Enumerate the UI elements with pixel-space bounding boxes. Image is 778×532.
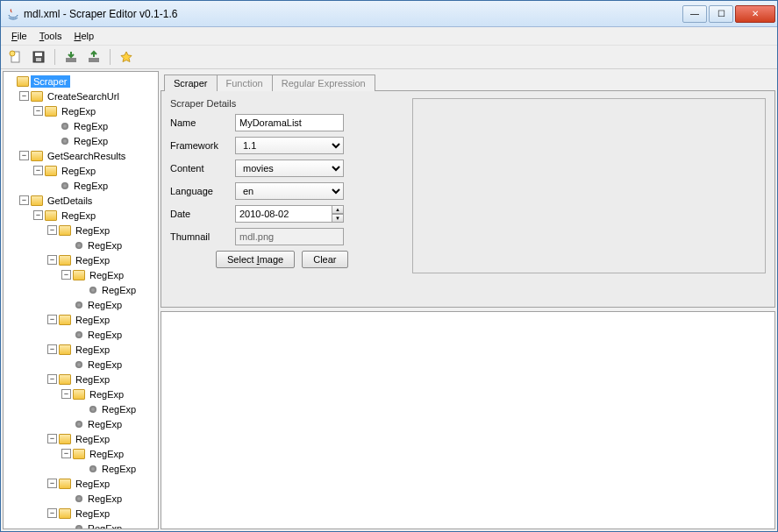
date-field[interactable] bbox=[235, 205, 332, 223]
titlebar[interactable]: mdl.xml - Scraper Editor v0.1-1.6 — ☐ ✕ bbox=[1, 1, 777, 27]
tree-leaf[interactable]: RegExp bbox=[61, 491, 156, 506]
menu-help[interactable]: Help bbox=[68, 29, 99, 43]
main-window: mdl.xml - Scraper Editor v0.1-1.6 — ☐ ✕ … bbox=[0, 0, 778, 532]
svg-point-1 bbox=[10, 51, 15, 56]
save-button[interactable] bbox=[29, 47, 48, 67]
tree-root-scraper[interactable]: Scraper bbox=[5, 74, 156, 89]
tree-regexp[interactable]: −RegExp bbox=[47, 431, 156, 446]
tree-leaf[interactable]: RegExp bbox=[61, 357, 156, 372]
tree-get-search-results[interactable]: −GetSearchResults bbox=[19, 148, 156, 163]
leaf-icon bbox=[61, 123, 68, 130]
framework-label: Framework bbox=[170, 140, 226, 151]
tree-leaf[interactable]: RegExp bbox=[75, 401, 156, 416]
select-image-button[interactable]: Select Image bbox=[216, 251, 295, 268]
tab-function[interactable]: Function bbox=[217, 74, 273, 91]
date-down-button[interactable]: ▼ bbox=[332, 214, 344, 223]
collapse-icon[interactable]: − bbox=[19, 91, 29, 101]
tree-leaf[interactable]: RegExp bbox=[47, 133, 156, 148]
tree-leaf[interactable]: RegExp bbox=[61, 416, 156, 431]
toolbar-separator bbox=[110, 49, 111, 65]
minimize-button[interactable]: — bbox=[682, 5, 707, 23]
java-icon bbox=[6, 7, 20, 21]
clear-button[interactable]: Clear bbox=[302, 251, 347, 268]
svg-rect-3 bbox=[35, 53, 42, 56]
language-select[interactable]: en bbox=[235, 182, 344, 200]
date-label: Date bbox=[170, 209, 226, 219]
tree-leaf[interactable]: RegExp bbox=[75, 461, 156, 476]
tab-regex[interactable]: Regular Expression bbox=[272, 74, 375, 91]
tree-regexp[interactable]: −RegExp bbox=[61, 387, 156, 401]
import-button[interactable] bbox=[61, 47, 81, 67]
content-area: Scraper Function Regular Expression Scra… bbox=[161, 71, 775, 529]
tree-leaf[interactable]: RegExp bbox=[61, 297, 156, 312]
tree-get-details[interactable]: −GetDetails bbox=[19, 193, 156, 208]
tree-leaf[interactable]: RegExp bbox=[75, 282, 156, 297]
svg-rect-5 bbox=[66, 58, 76, 62]
svg-rect-6 bbox=[89, 58, 99, 62]
tree-regexp[interactable]: −RegExp bbox=[47, 372, 156, 387]
tree-leaf[interactable]: RegExp bbox=[47, 178, 156, 193]
thumbnail-label: Thumnail bbox=[170, 231, 226, 242]
name-label: Name bbox=[170, 117, 226, 128]
maximize-button[interactable]: ☐ bbox=[709, 5, 733, 23]
tabs: Scraper Function Regular Expression bbox=[161, 71, 775, 90]
output-panel[interactable] bbox=[161, 311, 775, 529]
menu-file[interactable]: File bbox=[6, 29, 32, 43]
tab-scraper[interactable]: Scraper bbox=[164, 74, 218, 91]
folder-icon bbox=[17, 76, 29, 87]
toolbar bbox=[1, 45, 777, 69]
main-content: Scraper −CreateSearchUrl −RegExp RegExp … bbox=[1, 69, 777, 531]
scraper-details-panel: Scraper Details Name Framework1.1 Conten… bbox=[161, 90, 775, 308]
tree-regexp[interactable]: −RegExp bbox=[61, 446, 156, 461]
preview-panel bbox=[412, 98, 766, 273]
tree-panel[interactable]: Scraper −CreateSearchUrl −RegExp RegExp … bbox=[3, 71, 159, 529]
framework-select[interactable]: 1.1 bbox=[235, 137, 344, 154]
tree-regexp[interactable]: −RegExp bbox=[47, 252, 156, 267]
new-button[interactable] bbox=[6, 47, 25, 67]
tree-regexp[interactable]: −RegExp bbox=[47, 342, 156, 357]
menubar: File Tools Help bbox=[1, 27, 777, 45]
tree-regexp[interactable]: −RegExp bbox=[33, 163, 156, 178]
window-buttons: — ☐ ✕ bbox=[682, 5, 775, 23]
toolbar-separator bbox=[54, 49, 55, 65]
date-up-button[interactable]: ▲ bbox=[332, 205, 344, 214]
window-title: mdl.xml - Scraper Editor v0.1-1.6 bbox=[24, 8, 682, 20]
svg-rect-4 bbox=[36, 58, 41, 61]
star-button[interactable] bbox=[117, 47, 136, 67]
tree-regexp[interactable]: −RegExp bbox=[33, 208, 156, 223]
menu-tools[interactable]: Tools bbox=[34, 29, 68, 43]
tree-regexp[interactable]: −RegExp bbox=[47, 506, 156, 521]
thumbnail-field bbox=[235, 228, 344, 245]
tree-regexp[interactable]: −RegExp bbox=[61, 267, 156, 282]
tree-leaf[interactable]: RegExp bbox=[61, 327, 156, 342]
tree-leaf[interactable]: RegExp bbox=[47, 118, 156, 133]
tree-leaf[interactable]: RegExp bbox=[61, 238, 156, 252]
content-select[interactable]: movies bbox=[235, 160, 344, 177]
language-label: Language bbox=[170, 186, 226, 196]
tree-leaf[interactable]: RegExp bbox=[61, 521, 156, 529]
folder-icon bbox=[31, 91, 43, 102]
content-label: Content bbox=[170, 163, 226, 174]
details-title: Scraper Details bbox=[170, 98, 398, 109]
name-field[interactable] bbox=[235, 114, 344, 131]
tree-regexp[interactable]: −RegExp bbox=[47, 312, 156, 327]
close-button[interactable]: ✕ bbox=[735, 5, 775, 23]
tree-regexp[interactable]: −RegExp bbox=[47, 476, 156, 491]
export-button[interactable] bbox=[84, 47, 103, 67]
tree-regexp[interactable]: −RegExp bbox=[47, 223, 156, 238]
tree-create-search-url[interactable]: −CreateSearchUrl bbox=[19, 89, 156, 103]
tree-regexp[interactable]: −RegExp bbox=[33, 103, 156, 118]
